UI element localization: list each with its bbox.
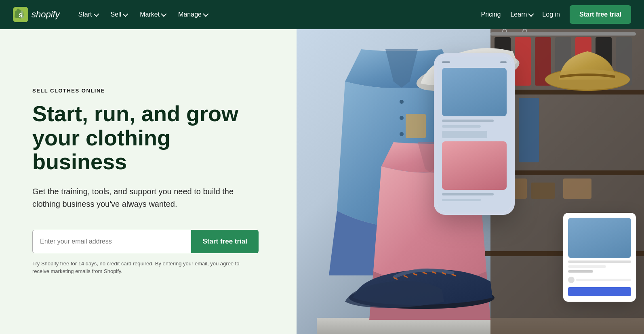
svg-point-5: [400, 132, 404, 136]
hero-disclaimer: Try Shopify free for 14 days, no credit …: [32, 260, 242, 275]
clothing-background: [297, 29, 644, 334]
chevron-down-icon: [203, 11, 208, 17]
svg-point-3: [400, 100, 404, 104]
hero-cta-button[interactable]: Start free trial: [191, 230, 259, 253]
card-product-image: [568, 218, 631, 258]
phone-add-button: [442, 131, 487, 138]
chevron-down-icon: [93, 11, 99, 17]
nav-item-market[interactable]: Market: [134, 8, 171, 21]
hat-illustration: [543, 37, 632, 94]
card-price-line: [568, 270, 593, 273]
svg-point-8: [545, 69, 630, 90]
nav-item-sell[interactable]: Sell: [105, 8, 133, 21]
nav-login-link[interactable]: Log in: [542, 11, 560, 18]
svg-rect-24: [563, 179, 591, 199]
shopify-logo-icon: S: [13, 7, 28, 22]
card-subtitle-line: [568, 265, 606, 268]
hero-form: Start free trial: [32, 230, 259, 253]
svg-point-4: [400, 116, 404, 120]
phone-text-line-2: [442, 125, 481, 128]
logo-link[interactable]: S shopify: [13, 7, 60, 22]
hero-subtitle: Get the training, tools, and support you…: [32, 185, 259, 210]
chevron-down-icon: [161, 11, 166, 17]
svg-text:S: S: [19, 12, 22, 19]
product-card-mockup: [563, 213, 636, 302]
phone-product-image-2: [442, 141, 507, 190]
hero-content: SELL CLOTHES ONLINE Start, run, and grow…: [0, 63, 291, 299]
nav-menu: Start Sell Market Manage: [73, 8, 481, 21]
phone-screen: [437, 57, 511, 212]
nav-right: Pricing Learn Log in Start free trial: [481, 5, 631, 24]
phone-text-line-1: [442, 120, 494, 122]
phone-header-bar: [442, 61, 507, 63]
phone-product-image-1: [442, 68, 507, 116]
nav-item-start[interactable]: Start: [73, 8, 103, 21]
svg-rect-23: [531, 183, 555, 199]
hero-image-area: [280, 29, 644, 334]
chevron-down-icon: [123, 11, 128, 17]
logo-text: shopify: [32, 9, 60, 20]
phone-text-line-3: [442, 193, 494, 195]
chevron-down-icon: [528, 11, 534, 17]
hero-section: SELL CLOTHES ONLINE Start, run, and grow…: [0, 29, 644, 334]
phone-mockup: [434, 53, 515, 215]
nav-trial-button[interactable]: Start free trial: [570, 5, 631, 24]
phone-text-line-4: [442, 199, 481, 201]
nav-learn-link[interactable]: Learn: [510, 11, 532, 18]
navigation: S shopify Start Sell Market Manage Prici…: [0, 0, 644, 29]
card-add-to-cart-button: [568, 287, 631, 296]
hero-title: Start, run, and grow your clothing busin…: [32, 102, 259, 174]
nav-item-manage[interactable]: Manage: [173, 8, 213, 21]
navy-shoes-illustration: [345, 245, 499, 310]
email-input[interactable]: [32, 230, 191, 253]
svg-rect-21: [519, 98, 539, 162]
nav-pricing-link[interactable]: Pricing: [481, 11, 501, 18]
hero-eyebrow: SELL CLOTHES ONLINE: [32, 88, 259, 94]
card-title-line: [568, 260, 631, 263]
svg-rect-2: [406, 114, 426, 138]
